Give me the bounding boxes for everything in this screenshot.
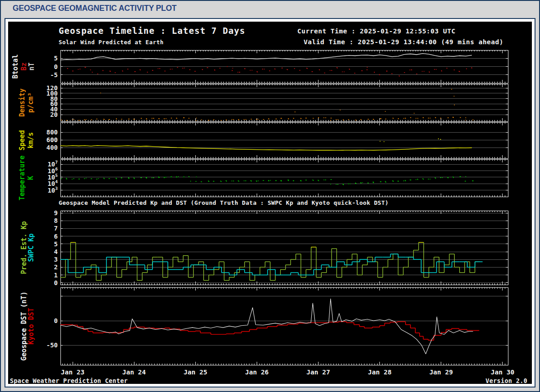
ytick-kp: 0 <box>54 279 58 286</box>
series-speed <box>60 146 472 151</box>
footer-source: Space Weather Prediction Center <box>10 377 128 384</box>
axis-label-imf-1: Bz <box>20 62 28 70</box>
series-speed-outliers <box>380 138 441 142</box>
ytick-dst: -50 <box>46 341 58 349</box>
axis-label-dst-1: Kyoto DST <box>27 308 35 344</box>
axis-label-imf-2: nT <box>28 62 36 70</box>
xtick-label: Jan 26 <box>245 369 268 376</box>
xtick-label: Jan 27 <box>306 369 330 376</box>
ytick-density: 20 <box>50 111 58 118</box>
plot-frame: Geospace Timeline : Latest 7 Days Curren… <box>5 18 535 387</box>
xtick-label: Jan 30 <box>491 369 514 376</box>
axis-label-imf-0: Btotal <box>11 54 19 78</box>
page-title: GEOSPACE GEOMAGNETIC ACTIVITY PLOT <box>13 4 176 13</box>
ytick-imf: 0 <box>54 63 58 70</box>
panel-kp: 9876543210Pred. Est. KpSWPC Kp <box>20 209 508 286</box>
xtick-label: Jan 24 <box>122 369 146 376</box>
panel-imf: 50-5BtotalBznT <box>11 50 508 83</box>
panel-speed: 800600400Speedkm/s <box>18 122 508 158</box>
axis-label-speed-1: km/s <box>27 132 35 148</box>
axis-label-temperature-1: K <box>27 176 35 180</box>
series-swpc-kp <box>60 254 483 275</box>
ytick-speed: 400 <box>46 144 58 151</box>
axis-label-temperature-0: Temperature <box>18 156 26 200</box>
panel-temperature: 107106105104103TemperatureK <box>18 156 508 200</box>
ytick-kp: 7 <box>54 225 58 232</box>
ytick-kp: 8 <box>54 217 58 224</box>
series-density-outliers <box>100 89 455 114</box>
series-btotal <box>60 54 472 60</box>
footer-version: Version 2.0 <box>485 377 527 384</box>
geospace-activity-page: GEOSPACE GEOMAGNETIC ACTIVITY PLOT Geosp… <box>0 0 540 392</box>
xtick-label: Jan 28 <box>368 369 392 376</box>
xtick-label: Jan 25 <box>184 369 207 376</box>
panel-density: 12010080604020Densityp/cm³ <box>18 84 508 121</box>
axis-label-density-1: p/cm³ <box>27 92 35 113</box>
ytick-temperature: 103 <box>47 186 58 194</box>
panel-dst: 0-50Geospace DST (nT)Kyoto DST <box>20 287 508 365</box>
series-geospace-dst <box>60 299 473 354</box>
axis-label-speed-0: Speed <box>18 130 26 150</box>
series-pred-est-kp <box>60 242 480 280</box>
axis-label-density-0: Density <box>18 88 26 117</box>
ytick-kp: 1 <box>54 272 58 279</box>
ytick-speed: 800 <box>46 129 58 136</box>
ytick-kp: 9 <box>54 209 58 217</box>
ytick-kp: 5 <box>54 240 58 248</box>
timeline-chart-svg: 50-5BtotalBznT12010080604020Densityp/cm³… <box>8 22 534 385</box>
ytick-kp: 4 <box>54 248 58 255</box>
xtick-label: Jan 29 <box>429 369 453 376</box>
ytick-kp: 2 <box>54 263 58 271</box>
plot-canvas: Geospace Timeline : Latest 7 Days Curren… <box>8 22 532 384</box>
series-kyoto-dst <box>60 322 479 340</box>
axis-label-kp-1: SWPC Kp <box>27 233 35 262</box>
ytick-imf: -5 <box>50 71 58 78</box>
ytick-imf: 5 <box>54 55 58 62</box>
ytick-kp: 6 <box>54 233 58 240</box>
xtick-label: Jan 23 <box>61 369 84 376</box>
ytick-kp: 3 <box>54 256 58 263</box>
ytick-speed: 600 <box>46 136 58 143</box>
ytick-dst: 0 <box>54 317 58 324</box>
